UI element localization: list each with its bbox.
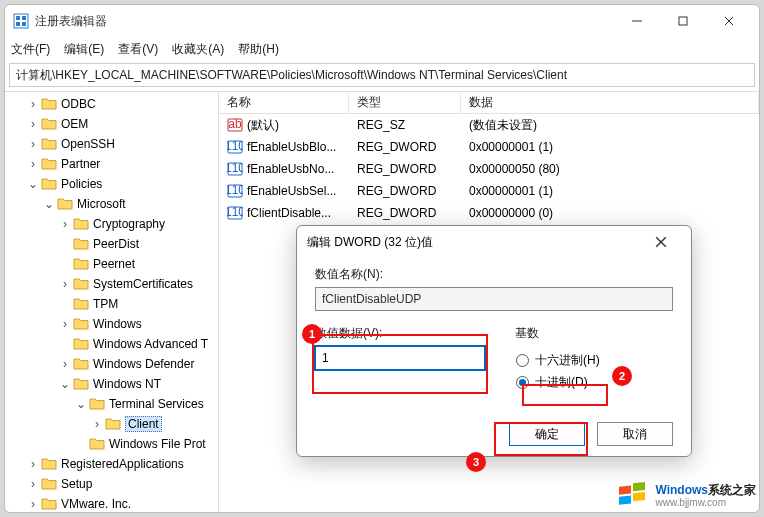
radio-dec[interactable]: 十进制(D) xyxy=(516,371,672,393)
expand-icon[interactable]: › xyxy=(89,416,105,432)
menu-edit[interactable]: 编辑(E) xyxy=(64,41,104,58)
tree-item[interactable]: Peernet xyxy=(5,254,218,274)
table-row[interactable]: 110fEnableUsbSel...REG_DWORD0x00000001 (… xyxy=(219,180,759,202)
list-header[interactable]: 名称 类型 数据 xyxy=(219,92,759,114)
titlebar[interactable]: 注册表编辑器 xyxy=(5,5,759,37)
value-data-label: 数值数据(V): xyxy=(315,325,485,342)
tree-item[interactable]: ⌄Windows NT xyxy=(5,374,218,394)
expand-icon[interactable]: ⌄ xyxy=(25,176,41,192)
expand-icon[interactable]: › xyxy=(25,96,41,112)
tree-item[interactable]: PeerDist xyxy=(5,234,218,254)
minimize-button[interactable] xyxy=(615,7,659,35)
svg-rect-3 xyxy=(16,22,20,26)
tree-panel[interactable]: ›ODBC›OEM›OpenSSH›Partner⌄Policies⌄Micro… xyxy=(5,92,219,512)
tree-item[interactable]: TPM xyxy=(5,294,218,314)
tree-item-label: Partner xyxy=(61,157,100,171)
cell-data: (数值未设置) xyxy=(461,117,759,134)
expand-icon[interactable]: › xyxy=(25,456,41,472)
expand-icon[interactable] xyxy=(57,336,73,352)
tree-item-label: Peernet xyxy=(93,257,135,271)
expand-icon[interactable] xyxy=(73,436,89,452)
tree-item[interactable]: ›Cryptography xyxy=(5,214,218,234)
tree-item-label: ODBC xyxy=(61,97,96,111)
maximize-button[interactable] xyxy=(661,7,705,35)
window-controls xyxy=(615,7,751,35)
cell-data: 0x00000050 (80) xyxy=(461,162,759,176)
tree-item[interactable]: ›OEM xyxy=(5,114,218,134)
tree-item-label: TPM xyxy=(93,297,118,311)
expand-icon[interactable]: › xyxy=(57,276,73,292)
ok-button[interactable]: 确定 xyxy=(509,422,585,446)
expand-icon[interactable]: › xyxy=(57,216,73,232)
expand-icon[interactable]: › xyxy=(57,316,73,332)
window-title: 注册表编辑器 xyxy=(35,13,615,30)
tree-item[interactable]: ›Windows Defender xyxy=(5,354,218,374)
table-row[interactable]: 110fClientDisable...REG_DWORD0x00000000 … xyxy=(219,202,759,224)
menu-favorites[interactable]: 收藏夹(A) xyxy=(172,41,224,58)
svg-text:110: 110 xyxy=(227,139,243,153)
tree-item-label: VMware. Inc. xyxy=(61,497,131,511)
tree-item-label: Windows xyxy=(93,317,142,331)
tree-item[interactable]: ›Windows xyxy=(5,314,218,334)
watermark: Windows系统之家 www.bjjmw.com xyxy=(613,479,760,511)
tree-item[interactable]: ›Setup xyxy=(5,474,218,494)
table-row[interactable]: 110fEnableUsbBlo...REG_DWORD0x00000001 (… xyxy=(219,136,759,158)
tree-item-label: RegisteredApplications xyxy=(61,457,184,471)
tree-item[interactable]: ›OpenSSH xyxy=(5,134,218,154)
tree-item[interactable]: ⌄Terminal Services xyxy=(5,394,218,414)
menu-file[interactable]: 文件(F) xyxy=(11,41,50,58)
table-row[interactable]: ab(默认)REG_SZ(数值未设置) xyxy=(219,114,759,136)
watermark-url: www.bjjmw.com xyxy=(655,497,756,508)
menu-view[interactable]: 查看(V) xyxy=(118,41,158,58)
tree-item[interactable]: ›ODBC xyxy=(5,94,218,114)
value-data-field[interactable] xyxy=(315,346,485,370)
expand-icon[interactable]: › xyxy=(25,476,41,492)
tree-item[interactable]: ›RegisteredApplications xyxy=(5,454,218,474)
base-radio-group: 十六进制(H) 十进制(D) xyxy=(515,346,673,394)
expand-icon[interactable] xyxy=(57,236,73,252)
dialog-titlebar[interactable]: 编辑 DWORD (32 位)值 xyxy=(297,226,691,258)
cell-data: 0x00000001 (1) xyxy=(461,184,759,198)
expand-icon[interactable]: › xyxy=(25,156,41,172)
tree-item[interactable]: ›SystemCertificates xyxy=(5,274,218,294)
tree-item-label: OpenSSH xyxy=(61,137,115,151)
dialog-title: 编辑 DWORD (32 位)值 xyxy=(307,234,641,251)
tree-item[interactable]: Windows File Prot xyxy=(5,434,218,454)
tree-item-label: Windows Defender xyxy=(93,357,194,371)
cancel-button[interactable]: 取消 xyxy=(597,422,673,446)
radio-hex[interactable]: 十六进制(H) xyxy=(516,349,672,371)
cell-type: REG_DWORD xyxy=(349,140,461,154)
expand-icon[interactable]: › xyxy=(57,356,73,372)
col-header-data[interactable]: 数据 xyxy=(461,92,759,113)
expand-icon[interactable]: › xyxy=(25,496,41,512)
expand-icon[interactable]: ⌄ xyxy=(41,196,57,212)
col-header-name[interactable]: 名称 xyxy=(219,92,349,113)
cell-name: fEnableUsbBlo... xyxy=(247,140,336,154)
svg-rect-17 xyxy=(633,482,645,491)
tree-item-label: Windows Advanced T xyxy=(93,337,208,351)
value-name-field xyxy=(315,287,673,311)
tree-item[interactable]: ›Client xyxy=(5,414,218,434)
tree-item-label: PeerDist xyxy=(93,237,139,251)
close-button[interactable] xyxy=(707,7,751,35)
regedit-icon xyxy=(13,13,29,29)
tree-item[interactable]: Windows Advanced T xyxy=(5,334,218,354)
expand-icon[interactable]: ⌄ xyxy=(73,396,89,412)
expand-icon[interactable]: ⌄ xyxy=(57,376,73,392)
address-bar[interactable]: 计算机\HKEY_LOCAL_MACHINE\SOFTWARE\Policies… xyxy=(9,63,755,87)
col-header-type[interactable]: 类型 xyxy=(349,92,461,113)
tree-item[interactable]: ›VMware. Inc. xyxy=(5,494,218,512)
expand-icon[interactable]: › xyxy=(25,136,41,152)
expand-icon[interactable] xyxy=(57,256,73,272)
dialog-close-button[interactable] xyxy=(641,228,681,256)
tree-item[interactable]: ⌄Policies xyxy=(5,174,218,194)
tree-item[interactable]: ⌄Microsoft xyxy=(5,194,218,214)
table-row[interactable]: 110fEnableUsbNo...REG_DWORD0x00000050 (8… xyxy=(219,158,759,180)
cell-data: 0x00000001 (1) xyxy=(461,140,759,154)
expand-icon[interactable]: › xyxy=(25,116,41,132)
tree-item[interactable]: ›Partner xyxy=(5,154,218,174)
expand-icon[interactable] xyxy=(57,296,73,312)
menu-help[interactable]: 帮助(H) xyxy=(238,41,279,58)
cell-type: REG_DWORD xyxy=(349,162,461,176)
cell-data: 0x00000000 (0) xyxy=(461,206,759,220)
